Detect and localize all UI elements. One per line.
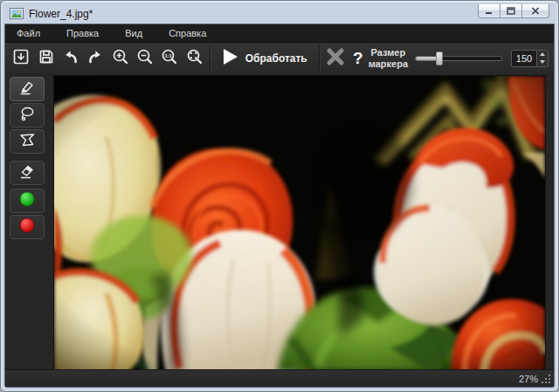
zoom-out-button[interactable] — [133, 45, 157, 72]
zoom-fit-icon — [185, 47, 204, 70]
menu-view[interactable]: Вид — [125, 28, 142, 38]
zoom-level: 27% — [519, 374, 538, 384]
zoom-in-icon — [111, 47, 130, 70]
marker-size-value[interactable]: 150 — [511, 50, 537, 67]
spin-up-button[interactable] — [537, 51, 548, 58]
menu-help[interactable]: Справка — [169, 28, 206, 38]
polygon-lasso-icon — [17, 130, 37, 153]
window-controls — [479, 4, 549, 18]
x-icon — [326, 47, 345, 70]
image-canvas[interactable] — [53, 75, 546, 373]
lasso-tool-button[interactable] — [10, 103, 45, 127]
minimize-button[interactable] — [478, 4, 500, 18]
title-bar[interactable]: Flower_4.jpg* — [4, 3, 555, 24]
zoom-in-button[interactable] — [107, 45, 132, 72]
save-icon — [37, 47, 56, 70]
toolbar-separator — [210, 45, 211, 72]
window-title: Flower_4.jpg* — [29, 8, 93, 20]
toolbar-separator — [319, 45, 321, 72]
chevron-down-icon — [540, 60, 545, 64]
undo-icon — [61, 47, 80, 70]
status-bar: 27% — [5, 369, 554, 387]
process-button[interactable]: Обработать — [214, 45, 316, 72]
play-icon — [223, 48, 238, 68]
spin-down-button[interactable] — [537, 58, 548, 66]
resize-grip-icon[interactable] — [542, 375, 551, 384]
redo-button[interactable] — [83, 45, 107, 72]
marker-size-label: Размер маркера — [369, 47, 408, 69]
content-area — [5, 73, 554, 369]
marker-size-slider[interactable] — [415, 52, 502, 65]
red-circle-icon — [17, 216, 37, 238]
zoom-out-icon — [135, 47, 155, 70]
spinner-arrows — [537, 50, 549, 67]
foreground-marker-button[interactable] — [10, 189, 45, 213]
redo-icon — [86, 47, 105, 70]
open-icon — [11, 47, 31, 70]
close-button[interactable] — [521, 4, 549, 18]
process-label: Обработать — [245, 52, 307, 65]
menu-file[interactable]: Файл — [17, 28, 40, 38]
cancel-button[interactable] — [323, 45, 348, 72]
background-marker-button[interactable] — [10, 215, 45, 239]
open-button[interactable] — [9, 45, 33, 72]
marker-tool-button[interactable] — [10, 77, 45, 101]
chevron-up-icon — [540, 52, 545, 56]
zoom-actual-icon: 1:1 — [160, 47, 179, 70]
app-body: Файл Правка Вид Справка — [4, 24, 555, 388]
polygon-lasso-tool-button[interactable] — [10, 129, 45, 154]
zoom-actual-button[interactable]: 1:1 — [157, 45, 182, 72]
help-button[interactable]: ? — [348, 45, 369, 72]
eraser-tool-button[interactable] — [10, 161, 45, 185]
save-button[interactable] — [33, 45, 58, 72]
maximize-button[interactable] — [500, 4, 522, 18]
marker-size-group: Размер маркера 150 — [369, 47, 550, 69]
question-icon: ? — [353, 49, 363, 68]
app-icon — [10, 8, 24, 19]
toolbar: 1:1 Обработать ? Размер маркера — [5, 42, 554, 73]
marker-icon — [17, 78, 37, 100]
svg-text:1:1: 1:1 — [165, 52, 172, 58]
eraser-icon — [17, 162, 37, 184]
zoom-fit-button[interactable] — [182, 45, 206, 72]
rose-photo — [54, 76, 545, 372]
undo-button[interactable] — [59, 45, 83, 72]
menu-edit[interactable]: Правка — [66, 28, 99, 38]
slider-handle[interactable] — [436, 52, 443, 65]
lasso-icon — [17, 104, 37, 127]
menu-bar: Файл Правка Вид Справка — [5, 24, 554, 42]
marker-size-spinbox: 150 — [511, 50, 549, 67]
tool-sidebar — [5, 73, 53, 369]
green-circle-icon — [17, 189, 37, 212]
app-window: Flower_4.jpg* Файл Правка Вид Справка — [0, 0, 559, 392]
